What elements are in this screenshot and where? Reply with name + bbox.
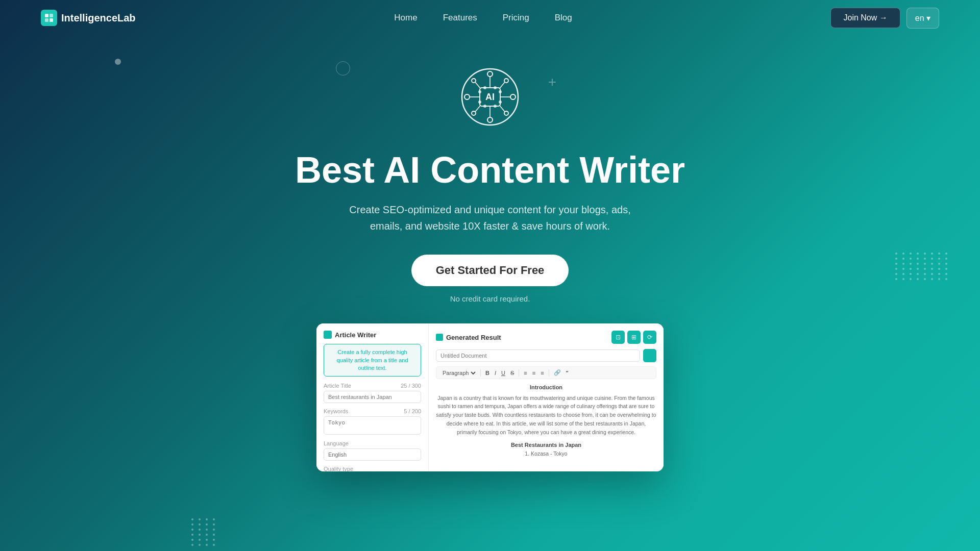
decorative-dots-grid-left	[191, 518, 217, 546]
svg-rect-1	[50, 14, 53, 17]
svg-point-26	[499, 101, 502, 104]
bold-btn[interactable]: B	[484, 369, 491, 377]
content-area: Introduction Japan is a country that is …	[436, 383, 656, 458]
svg-point-25	[499, 90, 502, 93]
copy-btn[interactable]: ⊡	[611, 331, 625, 344]
app-left-panel: Article Writer Create a fully complete h…	[316, 323, 429, 471]
app-screenshot: Article Writer Create a fully complete h…	[316, 323, 664, 471]
nav-features[interactable]: Features	[443, 13, 477, 22]
svg-rect-3	[50, 18, 53, 22]
svg-point-24	[478, 101, 481, 104]
link-btn[interactable]: 🔗	[552, 369, 562, 377]
result-title: Generated Result	[436, 334, 501, 341]
svg-point-19	[472, 111, 476, 115]
result-label: Generated Result	[446, 334, 501, 341]
content-section-title: Best Restaurants in Japan	[436, 441, 656, 449]
svg-line-16	[475, 82, 480, 88]
action-buttons: ⊡ ⊞ ⟳	[611, 331, 656, 344]
align-left-btn[interactable]: ≡	[522, 369, 528, 377]
svg-line-18	[500, 82, 505, 88]
share-btn[interactable]: ⟳	[643, 331, 656, 344]
svg-point-17	[504, 79, 508, 83]
doc-title-bar	[436, 349, 656, 362]
article-writer-icon	[324, 331, 332, 339]
nav-home[interactable]: Home	[394, 13, 417, 22]
svg-point-15	[472, 79, 476, 83]
italic-btn[interactable]: I	[493, 369, 498, 377]
svg-point-21	[504, 111, 508, 115]
result-icon	[436, 334, 443, 341]
navbar: IntelligenceLab Home Features Pricing Bl…	[0, 0, 980, 36]
article-writer-label: Article Writer	[335, 331, 376, 339]
article-title-input[interactable]	[324, 391, 421, 403]
content-body: Japan is a country that is known for its…	[436, 394, 656, 437]
svg-point-11	[464, 94, 470, 99]
svg-point-7	[487, 71, 493, 77]
nav-links: Home Features Pricing Blog	[394, 13, 572, 23]
result-header: Generated Result ⊡ ⊞ ⟳	[436, 331, 656, 344]
svg-point-9	[487, 117, 493, 122]
prompt-box: Create a fully complete high quality art…	[324, 344, 421, 377]
article-writer-header: Article Writer	[324, 331, 421, 339]
save-btn[interactable]: ⊞	[627, 331, 641, 344]
language-label: Language	[324, 440, 421, 446]
quote-btn[interactable]: "	[565, 369, 570, 377]
quality-label: Quality type	[324, 466, 421, 471]
keywords-label: Keywords 5 / 200	[324, 408, 421, 414]
underline-btn[interactable]: U	[500, 369, 507, 377]
language-select[interactable]: English	[324, 448, 421, 461]
editor-toolbar: Paragraph B I U S ≡ ≡ ≡ 🔗 "	[436, 366, 656, 379]
logo-icon	[41, 10, 57, 26]
svg-point-27	[483, 86, 486, 89]
align-right-btn[interactable]: ≡	[539, 369, 545, 377]
app-right-panel: Generated Result ⊡ ⊞ ⟳ Paragraph B	[429, 323, 664, 471]
svg-point-13	[510, 94, 516, 99]
nav-actions: Join Now → en ▾	[830, 8, 939, 29]
content-intro: Introduction	[436, 383, 656, 392]
paragraph-select[interactable]: Paragraph	[440, 369, 477, 377]
join-now-button[interactable]: Join Now →	[830, 8, 900, 28]
no-credit-text: No credit card required.	[450, 294, 530, 303]
toolbar-sep-3	[549, 369, 549, 377]
doc-title-input[interactable]	[436, 349, 640, 362]
get-started-button[interactable]: Get Started For Free	[411, 255, 569, 286]
align-center-btn[interactable]: ≡	[531, 369, 537, 377]
hero-subtitle: Create SEO-optimized and unique content …	[349, 202, 630, 234]
hero-section: AI Best AI Content Writer Create SEO-opt…	[0, 36, 980, 487]
svg-rect-0	[45, 14, 48, 17]
svg-point-28	[494, 86, 497, 89]
svg-point-29	[483, 105, 486, 108]
svg-point-23	[478, 90, 481, 93]
nav-blog[interactable]: Blog	[555, 13, 572, 22]
svg-line-20	[475, 106, 480, 112]
keywords-input[interactable]	[324, 416, 421, 435]
svg-rect-2	[45, 18, 48, 22]
nav-pricing[interactable]: Pricing	[503, 13, 529, 22]
logo[interactable]: IntelligenceLab	[41, 10, 136, 26]
svg-line-22	[500, 106, 505, 112]
article-title-label: Article Title 25 / 300	[324, 383, 421, 389]
logo-text: IntelligenceLab	[61, 12, 136, 24]
hero-title: Best AI Content Writer	[295, 150, 685, 190]
strikethrough-btn[interactable]: S	[509, 369, 516, 377]
content-item-1: 1. Kozasa - Tokyo	[436, 450, 656, 458]
svg-point-30	[494, 105, 497, 108]
toolbar-sep-1	[480, 369, 481, 377]
doc-settings-btn[interactable]	[643, 349, 656, 362]
ai-brain-icon: AI	[449, 56, 531, 138]
language-selector[interactable]: en ▾	[906, 8, 939, 29]
toolbar-sep-2	[519, 369, 519, 377]
svg-text:AI: AI	[485, 92, 495, 102]
